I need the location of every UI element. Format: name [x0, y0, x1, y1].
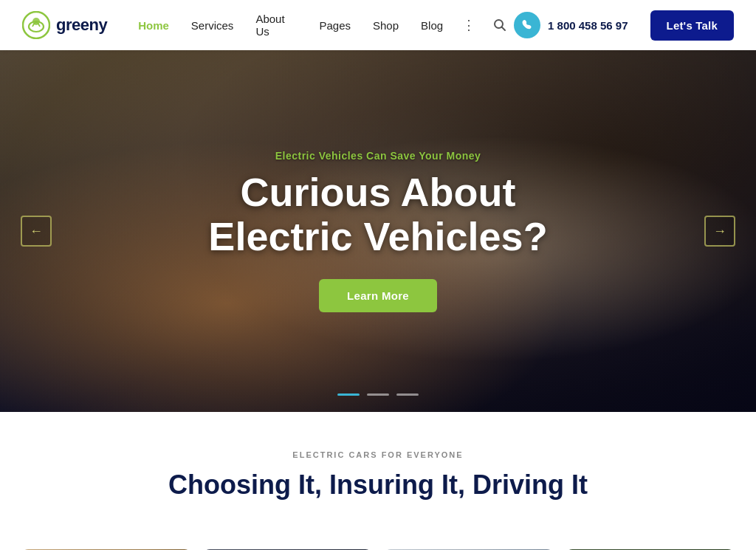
hero-next-button[interactable]: → — [704, 216, 735, 247]
more-menu-icon[interactable]: ⋮ — [456, 13, 481, 38]
nav-pages[interactable]: Pages — [310, 15, 360, 36]
hero-title-line2: Electric Vehicles? — [208, 214, 547, 258]
phone-area: 1 800 458 56 97 Let's Talk — [514, 10, 734, 41]
hero-title-line1: Curious About — [241, 170, 516, 214]
phone-icon — [514, 12, 540, 38]
phone-number: 1 800 458 56 97 — [548, 19, 628, 32]
hero-subtitle: Electric Vehicles Can Save Your Money — [275, 150, 481, 162]
hero-dots — [337, 393, 419, 396]
arrow-right-icon: → — [713, 224, 726, 239]
cta-button[interactable]: Let's Talk — [650, 10, 734, 41]
brand-name: greeny — [56, 16, 107, 35]
nav-home[interactable]: Home — [129, 15, 178, 36]
nav-services[interactable]: Services — [182, 15, 243, 36]
hero-section: Electric Vehicles Can Save Your Money Cu… — [0, 50, 756, 412]
hero-dot-1[interactable] — [337, 393, 360, 396]
nav-blog[interactable]: Blog — [412, 15, 452, 36]
svg-line-4 — [502, 27, 506, 31]
hero-prev-button[interactable]: ← — [21, 216, 52, 247]
logo[interactable]: greeny — [22, 11, 107, 39]
hero-cta-button[interactable]: Learn More — [319, 279, 437, 312]
section-header: ELECTRIC CARS FOR EVERYONE Choosing It, … — [0, 412, 756, 549]
hero-dot-2[interactable] — [367, 393, 389, 396]
navbar: greeny Home Services About Us Pages Shop… — [0, 0, 756, 50]
hero-dot-3[interactable] — [396, 393, 419, 396]
search-icon[interactable] — [486, 14, 514, 36]
nav-links: Home Services About Us Pages Shop Blog ⋮ — [129, 8, 514, 42]
arrow-left-icon: ← — [30, 224, 43, 239]
nav-about[interactable]: About Us — [247, 8, 306, 42]
logo-icon — [22, 11, 50, 39]
hero-content: Electric Vehicles Can Save Your Money Cu… — [0, 50, 756, 412]
section-title: Choosing It, Insuring It, Driving It — [59, 470, 697, 501]
section-tag: ELECTRIC CARS FOR EVERYONE — [59, 450, 697, 459]
hero-title: Curious About Electric Vehicles? — [208, 171, 547, 258]
nav-shop[interactable]: Shop — [364, 15, 408, 36]
